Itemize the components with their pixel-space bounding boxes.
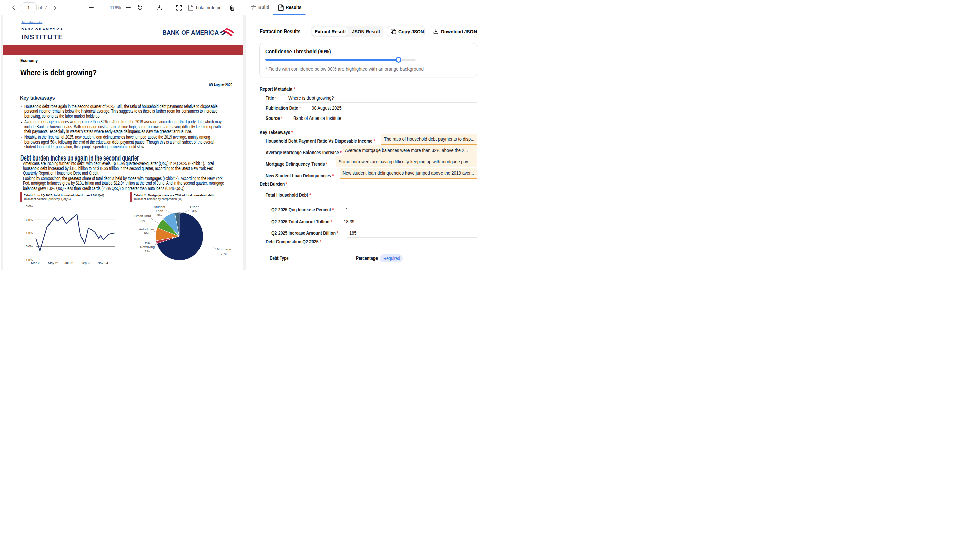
svg-text:9%: 9% xyxy=(144,231,149,235)
svg-text:70%: 70% xyxy=(221,252,228,256)
svg-text:Revolving: Revolving xyxy=(140,245,154,249)
svg-text:2%: 2% xyxy=(145,249,150,253)
svg-text:Other: Other xyxy=(190,205,199,209)
svg-text:7%: 7% xyxy=(140,219,145,222)
svg-text:HE: HE xyxy=(145,241,150,245)
svg-text:3%: 3% xyxy=(192,209,197,213)
svg-text:9%: 9% xyxy=(157,213,162,217)
svg-text:Jul-22: Jul-22 xyxy=(64,261,73,265)
svg-text:Nov-24: Nov-24 xyxy=(97,261,108,265)
svg-text:1.0%: 1.0% xyxy=(25,231,33,235)
svg-text:Auto Loan: Auto Loan xyxy=(139,227,154,231)
svg-text:0.0%: 0.0% xyxy=(25,245,33,248)
svg-text:May-21: May-21 xyxy=(48,261,59,265)
svg-text:Mar-20: Mar-20 xyxy=(31,261,42,265)
svg-text:Mortgage: Mortgage xyxy=(216,248,231,251)
svg-text:Credit Card: Credit Card xyxy=(134,214,151,218)
svg-text:3.0%: 3.0% xyxy=(25,204,33,208)
svg-text:Loan: Loan xyxy=(156,209,163,213)
svg-text:Student: Student xyxy=(154,205,165,209)
svg-text:2.0%: 2.0% xyxy=(25,218,33,221)
svg-text:Sep-23: Sep-23 xyxy=(81,261,91,265)
